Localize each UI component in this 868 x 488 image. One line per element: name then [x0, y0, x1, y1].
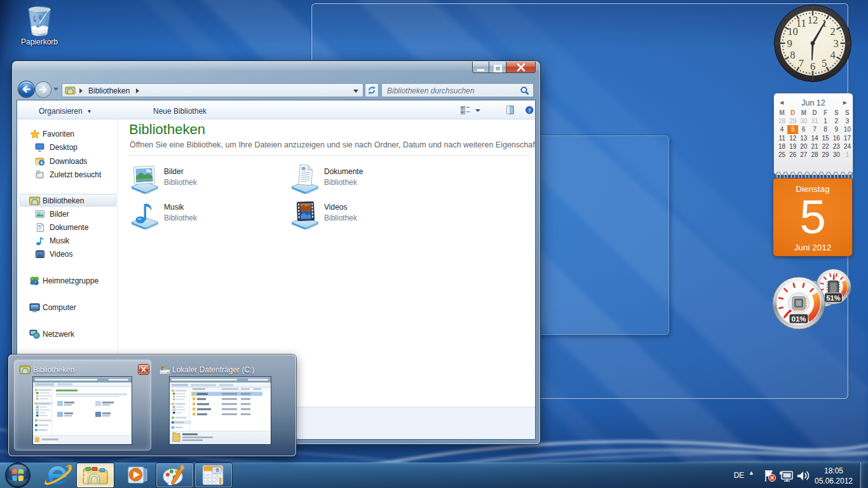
- svg-text:6: 6: [810, 60, 815, 72]
- svg-text:11: 11: [796, 17, 806, 29]
- svg-text:3: 3: [833, 37, 838, 50]
- svg-text:?: ?: [528, 107, 531, 114]
- svg-text:7: 7: [799, 57, 804, 69]
- svg-text:5: 5: [822, 57, 827, 69]
- svg-text:8: 8: [790, 49, 795, 61]
- svg-text:9: 9: [787, 37, 792, 50]
- svg-text:2: 2: [830, 25, 835, 37]
- svg-text:51%: 51%: [826, 294, 840, 302]
- svg-text:0: 0: [216, 468, 219, 474]
- svg-text:12: 12: [808, 14, 818, 26]
- svg-text:01%: 01%: [791, 315, 806, 323]
- svg-text:4: 4: [830, 49, 835, 61]
